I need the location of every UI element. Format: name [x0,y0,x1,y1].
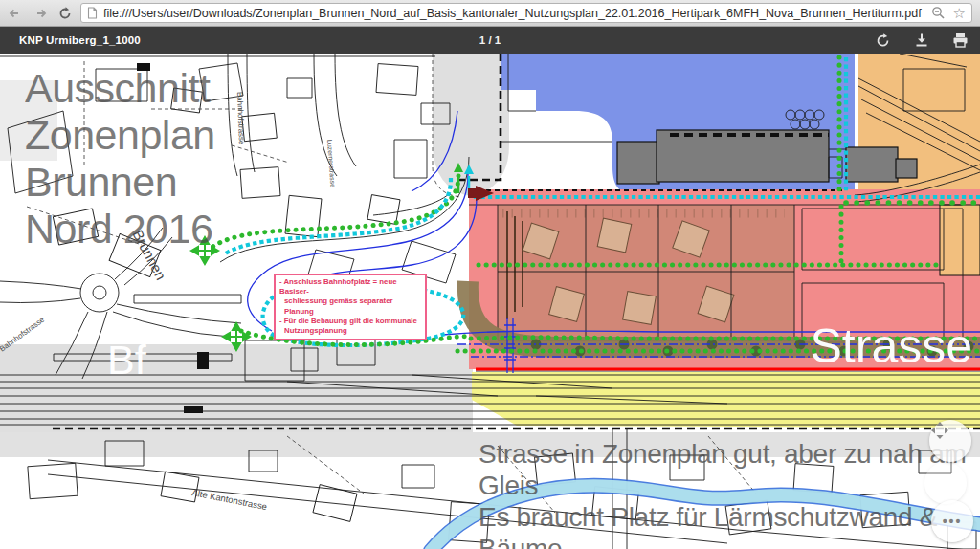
zoom-in-button[interactable] [924,462,967,504]
pdf-viewer: Brunnen Bahnhofstrasse Bahnhofstrasse Lu… [0,54,980,549]
browser-toolbar: file:///Users/user/Downloads/Zonenplan_B… [0,0,980,27]
bookmark-star-icon[interactable]: ☆ [953,6,966,20]
annotation-line-4: Nutzungsplanung [279,326,422,336]
fit-to-page-button[interactable] [929,420,971,462]
page-icon [87,7,98,19]
zoning-map: Brunnen Bahnhofstrasse Bahnhofstrasse Lu… [0,54,980,549]
pdf-toolbar: KNP Urmiberg_1_1000 1 / 1 [0,27,980,54]
annotation-line-1: - Anschluss Bahnhofplatz = neue Basiser- [279,277,422,296]
print-icon[interactable] [952,33,969,48]
zoom-out-icon[interactable] [931,6,946,20]
address-bar[interactable]: file:///Users/user/Downloads/Zonenplan_B… [80,3,972,23]
annotation-box: - Anschluss Bahnhofplatz = neue Basiser-… [274,274,427,340]
reload-button[interactable] [56,4,75,23]
fit-to-page-icon [929,420,950,441]
screen: file:///Users/user/Downloads/Zonenplan_B… [0,0,980,549]
page-indicator: 1 / 1 [0,34,980,46]
download-icon[interactable] [914,33,929,48]
forward-arrow-icon [33,6,48,21]
back-arrow-icon [8,6,23,21]
back-button[interactable] [6,4,25,23]
reload-icon [57,6,73,21]
annotation-line-2: schliessung gemäss separater Planung [279,296,422,316]
forward-button[interactable] [31,4,50,23]
url-text: file:///Users/user/Downloads/Zonenplan_B… [103,7,925,20]
more-options-button[interactable]: ••• [931,500,973,542]
annotation-line-3: - Für die Bebauung gilt die kommunale [279,317,422,326]
rotate-icon[interactable] [875,33,891,49]
